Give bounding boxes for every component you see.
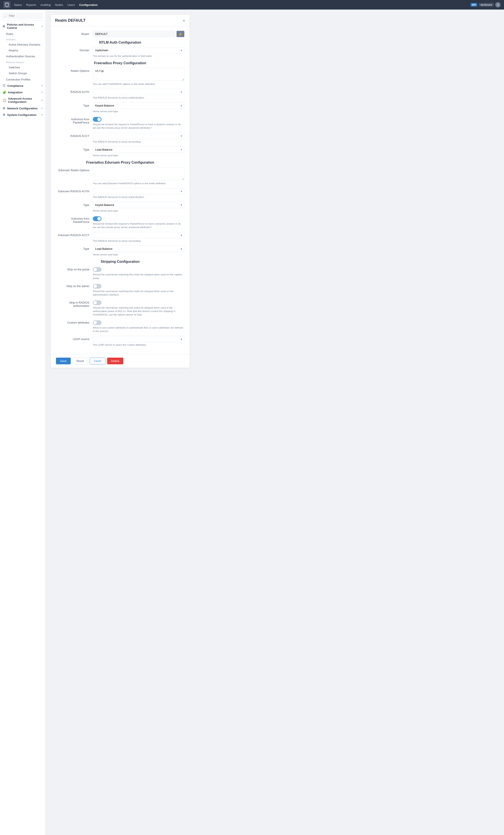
delete-button[interactable]: Delete (107, 358, 124, 364)
nav-reports[interactable]: Reports (26, 3, 36, 6)
eduroam-section-title: Freeradius Eduroam Proxy Configuration (56, 161, 184, 164)
type-select-wrap: Keyed Balance (93, 102, 184, 109)
custom-attr-field: Allow to use custom attributes to authen… (93, 320, 184, 333)
radius-auth-field: The RADIUS Server(s) to proxy authentica… (93, 89, 184, 99)
sidebar-item-realms[interactable]: Realms (0, 47, 45, 54)
eduroam-authorize-label: Authorize from PacketFence (56, 216, 93, 224)
system-config-chevron: ▾ (41, 114, 43, 116)
authorize-toggle-wrap (93, 116, 184, 122)
compliance-label: Compliance (7, 84, 23, 87)
domain-select-wrap: mydomain (93, 47, 184, 54)
domain-field: mydomain The domain to use for the authe… (93, 47, 184, 58)
strip-admin-hint: Should the usernames matching this realm… (93, 289, 184, 297)
sidebar-item-connection-profiles[interactable]: Connection Profiles (0, 77, 45, 82)
eduroam-radius-acct-select[interactable] (93, 232, 184, 238)
eduroam-realm-options-textarea[interactable] (93, 167, 184, 180)
sidebar-item-switches[interactable]: Switches (0, 64, 45, 70)
authorize-label: Authorize from PacketFence (56, 116, 93, 124)
strip-admin-toggle[interactable] (93, 284, 102, 289)
avatar[interactable]: a (495, 2, 501, 7)
acct-type-select[interactable]: Load Balance (93, 146, 184, 153)
type-field: Keyed Balance Home server pool type. (93, 102, 184, 113)
sidebar-item-advanced-access[interactable]: 📋 Advanced Access Configuration ▾ (0, 96, 45, 105)
nav-status[interactable]: Status (14, 3, 22, 6)
eduroam-acct-type-label: Type (56, 246, 93, 250)
domain-select[interactable]: mydomain (93, 47, 184, 54)
nav-users[interactable]: Users (67, 3, 75, 6)
type-select[interactable]: Keyed Balance (93, 102, 184, 109)
app-logo[interactable] (3, 1, 10, 8)
sidebar-item-roles[interactable]: Roles (0, 31, 45, 37)
nav-nodes[interactable]: Nodes (55, 3, 63, 6)
nav-configuration[interactable]: Configuration (79, 3, 98, 6)
realm-options-textarea[interactable]: strip (93, 68, 184, 81)
sidebar: ⊞ Policies and Access Control ▾ Roles Do… (0, 9, 45, 835)
radius-auth-select[interactable] (93, 89, 184, 95)
app-layout: ⊞ Policies and Access Control ▾ Roles Do… (0, 9, 504, 835)
nav-right: API dashboard a (470, 2, 501, 7)
compliance-icon: 🛡 (3, 84, 6, 87)
acct-type-hint: Home server pool type. (93, 154, 184, 157)
ldap-source-row: LDAP source The LDAP Server to query the… (56, 336, 184, 347)
custom-attr-toggle[interactable] (93, 320, 102, 325)
domain-label: Domain (56, 47, 93, 52)
strip-radius-field: Should the usernames matching this realm… (93, 300, 184, 317)
api-badge[interactable]: API (470, 3, 477, 6)
reset-button[interactable]: Reset (72, 358, 88, 364)
freeradius-section-title: Freeradius Proxy Configuration (56, 61, 184, 65)
authorize-row: Authorize from PacketFence Should we for… (56, 116, 184, 129)
eduroam-authorize-hint: Should we forward the request to PacketF… (93, 222, 184, 229)
panel-header: Realm DEFAULT × (51, 15, 190, 26)
radius-acct-label: RADIUS ACCT (56, 133, 93, 138)
sidebar-item-policies[interactable]: ⊞ Policies and Access Control ▾ (0, 21, 45, 31)
radius-acct-select[interactable] (93, 133, 184, 139)
sidebar-item-switch-groups[interactable]: Switch Groups (0, 70, 45, 76)
sidebar-item-active-directory[interactable]: Active Directory Domains (0, 42, 45, 47)
radius-acct-field: The RADIUS Server(s) to proxy accounting… (93, 133, 184, 143)
radius-auth-hint: The RADIUS Server(s) to proxy authentica… (93, 96, 184, 99)
type-label: Type (56, 102, 93, 107)
realm-input[interactable] (93, 31, 175, 37)
sidebar-item-system-config[interactable]: ⚙ System Configuration ▾ (0, 111, 45, 118)
eduroam-type-select-wrap: Keyed Balance (93, 202, 184, 208)
realm-lock-button[interactable]: 🔒 (176, 31, 184, 37)
eduroam-radius-acct-field: The RADIUS Server(s) to proxy accounting… (93, 232, 184, 243)
sidebar-item-network-config[interactable]: ⚙ Network Configuration ▾ (0, 105, 45, 111)
eduroam-acct-type-select[interactable]: Load Balance (93, 246, 184, 252)
realm-panel: Realm DEFAULT × Realm 🔒 NTLM Auth Co (51, 15, 190, 368)
sidebar-search-wrap (0, 11, 45, 21)
clone-button[interactable]: Clone (90, 358, 105, 364)
authorize-hint: Should we forward the request to PacketF… (93, 123, 184, 129)
strip-portal-row: Strip on the portal Should the usernames… (56, 266, 184, 280)
advanced-access-icon: 📋 (3, 99, 6, 102)
eduroam-authorize-row: Authorize from PacketFence Should we for… (56, 216, 184, 229)
ldap-source-hint: The LDAP Server to query the custom attr… (93, 343, 184, 347)
compliance-chevron: ▾ (41, 84, 43, 87)
panel-close-button[interactable]: × (183, 18, 185, 23)
save-button[interactable]: Save (56, 358, 71, 364)
realm-label: Realm (56, 31, 93, 36)
ldap-source-select[interactable] (93, 336, 184, 342)
acct-type-row: Type Load Balance Home server pool type. (56, 146, 184, 157)
dashboard-badge[interactable]: dashboard (479, 3, 493, 6)
eduroam-type-select[interactable]: Keyed Balance (93, 202, 184, 208)
eduroam-radius-auth-select[interactable] (93, 188, 184, 195)
eduroam-radius-auth-row: Eduroam RADIUS AUTH The RADIUS Server(s)… (56, 188, 184, 199)
sidebar-item-auth-sources[interactable]: Authentication Sources (0, 54, 45, 59)
nav-auditing[interactable]: Auditing (40, 3, 50, 6)
policies-chevron: ▾ (41, 25, 43, 28)
eduroam-authorize-toggle[interactable] (93, 216, 102, 221)
policies-icon: ⊞ (3, 24, 5, 28)
authorize-toggle[interactable] (93, 117, 102, 122)
eduroam-acct-type-field: Load Balance Home server pool type. (93, 246, 184, 256)
strip-radius-toggle[interactable] (93, 300, 102, 305)
custom-attr-label: Custom attributes (56, 320, 93, 324)
acct-type-select-wrap: Load Balance (93, 146, 184, 153)
sidebar-item-compliance[interactable]: 🛡 Compliance ▾ (0, 82, 45, 89)
realm-options-hint: You can add FreeRADIUS options in the re… (93, 82, 184, 86)
stripping-section-title: Stripping Configuration (56, 260, 184, 264)
search-input[interactable] (3, 13, 43, 19)
strip-portal-toggle[interactable] (93, 267, 102, 272)
eduroam-radius-acct-label: Eduroam RADIUS ACCT (56, 232, 93, 237)
sidebar-item-integration[interactable]: 🧩 Integration ▾ (0, 89, 45, 96)
